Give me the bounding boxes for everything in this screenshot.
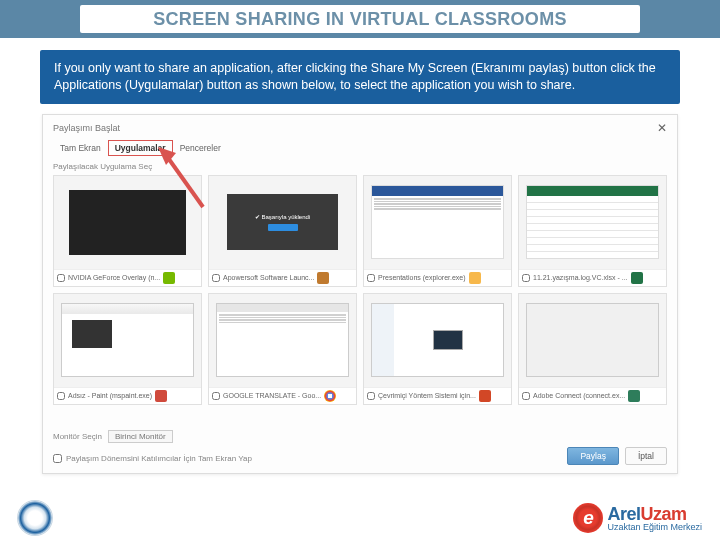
fullscreen-check-row: Paylaşım Dönemsini Katılımcılar İçin Tam… xyxy=(53,454,252,463)
apowersoft-icon xyxy=(317,272,329,284)
brand: e ArelUzam Uzaktan Eğitim Merkezi xyxy=(573,503,702,533)
share-button[interactable]: Paylaş xyxy=(567,447,619,465)
app-label: NVIDIA GeForce Overlay (n... xyxy=(68,274,160,281)
powerpoint-icon xyxy=(479,390,491,402)
brand-text: ArelUzam Uzaktan Eğitim Merkezi xyxy=(607,505,702,532)
app-tile[interactable]: Adsız - Paint (mspaint.exe) xyxy=(53,293,202,405)
app-label: 11.21.yazışma.log.VC.xlsx - ... xyxy=(533,274,628,281)
app-label: GOOGLE TRANSLATE - Goo... xyxy=(223,392,321,399)
close-icon[interactable]: ✕ xyxy=(657,121,667,135)
app-check[interactable] xyxy=(212,274,220,282)
app-check[interactable] xyxy=(57,392,65,400)
app-tile[interactable]: Çevrimiçi Yöntem Sistemi için... xyxy=(363,293,512,405)
app-label: Çevrimiçi Yöntem Sistemi için... xyxy=(378,392,476,399)
app-tile[interactable]: Presentations (explorer.exe) xyxy=(363,175,512,287)
tab-fullscreen[interactable]: Tam Ekran xyxy=(53,140,108,156)
app-check[interactable] xyxy=(57,274,65,282)
dialog-actions: Paylaş İptal xyxy=(567,447,667,465)
connect-icon xyxy=(628,390,640,402)
app-check[interactable] xyxy=(367,392,375,400)
dialog-subhead: Paylaşılacak Uygulama Seç xyxy=(53,162,667,171)
title-bar: SCREEN SHARING IN VIRTUAL CLASSROOMS xyxy=(0,0,720,38)
fullscreen-check[interactable] xyxy=(53,454,62,463)
page-title: SCREEN SHARING IN VIRTUAL CLASSROOMS xyxy=(153,9,567,30)
tab-fullscreen-label: Tam Ekran xyxy=(60,143,101,153)
apps-grid: NVIDIA GeForce Overlay (n... ✔ Başarıyla… xyxy=(53,175,667,405)
instruction-text: If you only want to share an application… xyxy=(54,61,656,92)
tab-windows-label: Pencereler xyxy=(180,143,221,153)
page-footer: e ArelUzam Uzaktan Eğitim Merkezi xyxy=(0,496,720,540)
app-tile[interactable]: GOOGLE TRANSLATE - Goo... xyxy=(208,293,357,405)
app-label: Adsız - Paint (mspaint.exe) xyxy=(68,392,152,399)
dialog-header: Paylaşımı Başlat ✕ xyxy=(43,115,677,137)
app-check[interactable] xyxy=(212,392,220,400)
folder-icon xyxy=(469,272,481,284)
monitor-label: Monitör Seçin xyxy=(53,432,102,441)
fullscreen-check-label: Paylaşım Dönemsini Katılımcılar İçin Tam… xyxy=(66,454,252,463)
tab-applications-label: Uygulamalar xyxy=(115,143,166,153)
app-label: Presentations (explorer.exe) xyxy=(378,274,466,281)
app-check[interactable] xyxy=(522,392,530,400)
nvidia-icon xyxy=(163,272,175,284)
excel-icon xyxy=(631,272,643,284)
brand-e-icon: e xyxy=(573,503,603,533)
monitor-select[interactable]: Birinci Monitör xyxy=(108,430,173,443)
app-label: Apowersoft Software Launc... xyxy=(223,274,314,281)
tab-windows[interactable]: Pencereler xyxy=(173,140,228,156)
app-label: Adobe Connect (connect.ex... xyxy=(533,392,625,399)
title-inner: SCREEN SHARING IN VIRTUAL CLASSROOMS xyxy=(80,5,640,33)
cancel-button[interactable]: İptal xyxy=(625,447,667,465)
share-dialog: Paylaşımı Başlat ✕ Tam Ekran Uygulamalar… xyxy=(42,114,678,474)
chrome-icon xyxy=(324,390,336,402)
app-tile[interactable]: 11.21.yazışma.log.VC.xlsx - ... xyxy=(518,175,667,287)
paint-icon xyxy=(155,390,167,402)
app-tile[interactable]: NVIDIA GeForce Overlay (n... xyxy=(53,175,202,287)
dialog-tabs: Tam Ekran Uygulamalar Pencereler xyxy=(53,140,667,156)
app-tile[interactable]: Adobe Connect (connect.ex... xyxy=(518,293,667,405)
university-seal-icon xyxy=(18,501,52,535)
dialog-title: Paylaşımı Başlat xyxy=(53,123,120,133)
app-check[interactable] xyxy=(522,274,530,282)
tab-applications[interactable]: Uygulamalar xyxy=(108,140,173,156)
instruction-box: If you only want to share an application… xyxy=(40,50,680,104)
app-check[interactable] xyxy=(367,274,375,282)
app-tile[interactable]: ✔ Başarıyla yüklendi Apowersoft Software… xyxy=(208,175,357,287)
monitor-row: Monitör Seçin Birinci Monitör xyxy=(53,430,667,443)
